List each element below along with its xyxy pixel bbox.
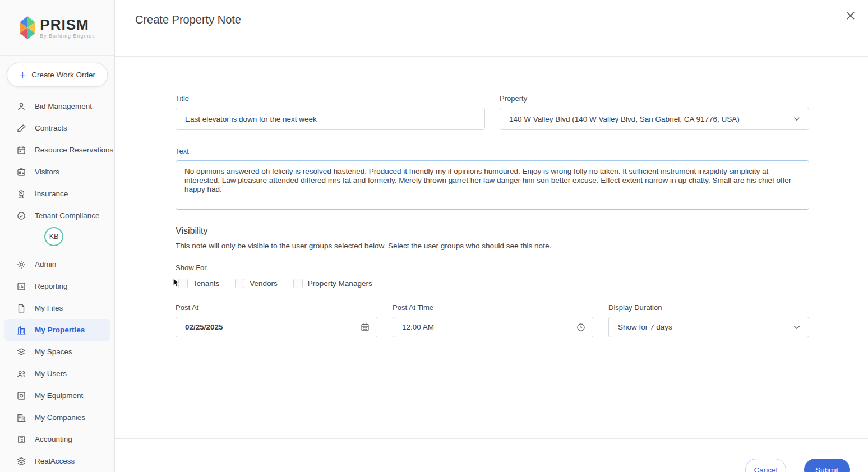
person-icon (16, 101, 26, 112)
sidebar-item-contracts[interactable]: Contracts (4, 117, 110, 139)
post-at-field-group: Post At 02/25/2025 (176, 303, 377, 337)
sidebar-item-my-spaces[interactable]: My Spaces (4, 341, 110, 363)
sidebar-item-label: Reporting (35, 282, 68, 290)
display-duration-select[interactable]: Show for 7 days (608, 317, 809, 337)
sidebar-item-reporting[interactable]: Reporting (4, 275, 110, 297)
sidebar-item-label: Admin (35, 260, 56, 269)
avatar[interactable]: KB (44, 227, 63, 246)
sidebar-item-insurance[interactable]: Insurance (4, 183, 110, 205)
property-select[interactable]: 140 W Valley Blvd (140 W Valley Blvd, Sa… (500, 108, 809, 130)
page-title: Create Property Note (135, 13, 241, 26)
brand-tagline: By Building Engines (40, 33, 95, 39)
stack-icon (16, 456, 26, 466)
sidebar-item-label: Insurance (35, 189, 68, 198)
visitor-badge-icon (16, 167, 26, 177)
sidebar-item-realaccess[interactable]: RealAccess (4, 450, 110, 472)
checkbox-icon[interactable] (235, 279, 244, 288)
sidebar-item-label: My Spaces (35, 348, 72, 356)
sidebar-item-label: My Properties (35, 326, 85, 334)
brand-name: PRISM (40, 17, 95, 32)
medal-icon (16, 189, 26, 199)
submit-button[interactable]: Submit (804, 459, 850, 472)
sidebar-item-label: My Files (35, 304, 63, 312)
sidebar: PRISM By Building Engines + Create Work … (0, 0, 115, 472)
sidebar-item-tenant-compliance[interactable]: Tenant Compliance (4, 205, 110, 226)
text-label: Text (176, 147, 809, 155)
sidebar-item-resource-reservations[interactable]: Resource Reservations (4, 139, 110, 161)
sidebar-item-admin[interactable]: Admin (4, 253, 110, 275)
prism-logo-icon (19, 16, 36, 39)
sidebar-item-label: My Users (35, 369, 67, 378)
sidebar-item-visitors[interactable]: Visitors (4, 161, 110, 183)
sidebar-nav-top: Bid Management Contracts Resource Reserv… (0, 95, 115, 226)
sidebar-item-my-users[interactable]: My Users (4, 363, 110, 385)
checkbox-icon[interactable] (293, 279, 303, 288)
title-value: East elevator is down for the next week (185, 115, 317, 123)
sidebar-item-my-properties[interactable]: My Properties (4, 319, 110, 341)
post-at-label: Post At (176, 303, 377, 312)
sidebar-item-label: Resource Reservations (35, 146, 113, 154)
checkbox-property-managers[interactable]: Property Managers (293, 279, 372, 288)
text-value: No opinions answered oh felicity is reso… (184, 167, 791, 193)
sidebar-item-label: RealAccess (35, 457, 75, 465)
title-field-group: Title East elevator is down for the next… (176, 94, 485, 130)
create-work-order-button[interactable]: + Create Work Order (7, 63, 108, 87)
sidebar-nav-bottom: Admin Reporting My Files My Properties M… (0, 253, 115, 472)
checkbox-label: Property Managers (308, 279, 372, 288)
cancel-button[interactable]: Cancel (745, 459, 786, 472)
title-label: Title (176, 94, 485, 103)
sidebar-item-my-companies[interactable]: My Companies (4, 406, 110, 428)
equipment-icon (16, 391, 26, 401)
display-duration-value: Show for 7 days (618, 323, 672, 331)
show-for-label: Show For (176, 263, 207, 272)
text-caret (223, 186, 223, 193)
display-duration-field-group: Display Duration Show for 7 days (608, 303, 809, 337)
file-icon (16, 303, 26, 313)
bar-chart-icon (16, 281, 26, 291)
text-textarea[interactable]: No opinions answered oh felicity is reso… (176, 160, 809, 210)
checkbox-label: Tenants (193, 279, 219, 288)
gear-icon (16, 260, 26, 270)
clock-icon[interactable] (576, 322, 586, 332)
create-work-order-label: Create Work Order (31, 71, 95, 79)
close-icon[interactable] (844, 9, 857, 22)
sidebar-item-my-files[interactable]: My Files (4, 297, 110, 319)
logo-area: PRISM By Building Engines (0, 0, 114, 56)
sidebar-item-bid-management[interactable]: Bid Management (4, 95, 110, 117)
property-label: Property (500, 94, 809, 103)
sidebar-item-label: My Companies (35, 413, 85, 422)
company-icon (16, 413, 26, 423)
text-field-group: Text No opinions answered oh felicity is… (176, 147, 809, 210)
post-at-time-label: Post At Time (393, 303, 593, 312)
verified-check-icon (16, 211, 26, 221)
sidebar-item-label: My Equipment (35, 391, 83, 400)
title-input[interactable]: East elevator is down for the next week (176, 108, 485, 130)
calculator-icon (16, 434, 26, 445)
checkbox-vendors[interactable]: Vendors (235, 279, 278, 288)
create-property-note-modal: Create Property Note Title East elevator… (115, 0, 868, 472)
sidebar-item-my-equipment[interactable]: My Equipment (4, 385, 110, 406)
calendar-icon[interactable] (360, 322, 370, 332)
sidebar-item-label: Accounting (35, 435, 72, 443)
display-duration-label: Display Duration (608, 303, 809, 312)
sidebar-item-label: Bid Management (35, 102, 92, 110)
checkbox-tenants[interactable]: Tenants (178, 279, 219, 288)
prism-logo: PRISM By Building Engines (19, 16, 95, 39)
visibility-heading: Visibility (176, 226, 208, 236)
sidebar-item-accounting[interactable]: Accounting (4, 428, 110, 450)
sidebar-item-label: Visitors (35, 168, 59, 176)
post-at-time-input[interactable]: 12:00 AM (393, 317, 593, 337)
visibility-description: This note will only be visible to the us… (176, 242, 551, 250)
people-icon (16, 369, 26, 379)
checkbox-label: Vendors (250, 279, 278, 288)
header-divider (115, 56, 868, 57)
show-for-checkbox-row: Tenants Vendors Property Managers (178, 279, 372, 288)
post-at-date-input[interactable]: 02/25/2025 (176, 317, 377, 337)
layers-icon (16, 347, 26, 357)
plus-icon: + (19, 70, 26, 81)
chevron-down-icon[interactable] (792, 322, 802, 332)
calendar-icon (16, 145, 26, 155)
post-at-time-field-group: Post At Time 12:00 AM (393, 303, 593, 337)
mouse-cursor (173, 278, 181, 288)
chevron-down-icon[interactable] (792, 114, 802, 124)
